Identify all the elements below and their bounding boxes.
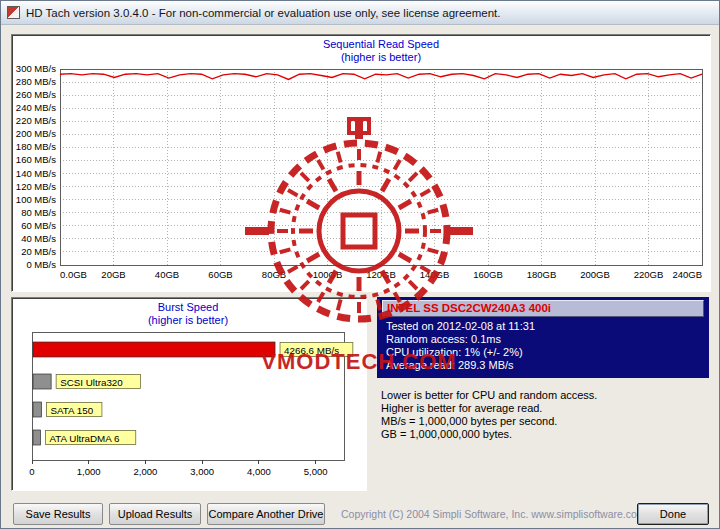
titlebar[interactable]: HD Tach version 3.0.4.0 - For non-commer…	[1, 1, 719, 25]
random-access-text: Random access: 0.1ms	[382, 333, 704, 346]
svg-text:0 MB/s: 0 MB/s	[26, 259, 56, 270]
svg-text:100GB: 100GB	[313, 269, 343, 280]
svg-text:180GB: 180GB	[527, 269, 557, 280]
svg-text:4,000: 4,000	[247, 466, 271, 477]
drive-name: INTEL SS DSC2CW240A3 400i	[382, 300, 704, 317]
svg-text:160 MB/s: 160 MB/s	[16, 154, 56, 165]
window-body: Sequential Read Speed(higher is better)0…	[1, 25, 719, 528]
legend-notes: Lower is better for CPU and random acces…	[377, 378, 709, 441]
svg-text:80 MB/s: 80 MB/s	[21, 207, 56, 218]
svg-text:120 MB/s: 120 MB/s	[16, 181, 56, 192]
svg-text:SCSI Ultra320: SCSI Ultra320	[60, 377, 123, 388]
svg-text:40 MB/s: 40 MB/s	[21, 233, 56, 244]
svg-text:2,000: 2,000	[134, 466, 158, 477]
window-title: HD Tach version 3.0.4.0 - For non-commer…	[26, 7, 501, 19]
drive-info-summary: INTEL SS DSC2CW240A3 400i Tested on 2012…	[377, 297, 709, 378]
done-button[interactable]: Done	[637, 503, 709, 525]
svg-text:0.0GB: 0.0GB	[60, 269, 87, 280]
note-gb: GB = 1,000,000,000 bytes.	[381, 428, 705, 441]
svg-text:200 MB/s: 200 MB/s	[16, 128, 56, 139]
svg-text:Burst Speed: Burst Speed	[158, 301, 219, 313]
average-read-text: Average read: 289.3 MB/s	[382, 359, 704, 372]
upload-results-button[interactable]: Upload Results	[109, 503, 201, 525]
svg-text:Sequential Read Speed: Sequential Read Speed	[323, 38, 439, 50]
svg-text:SATA 150: SATA 150	[51, 405, 94, 416]
svg-text:60 MB/s: 60 MB/s	[21, 220, 56, 231]
svg-text:140GB: 140GB	[420, 269, 450, 280]
svg-text:4266.6 MB/s: 4266.6 MB/s	[284, 345, 339, 356]
note-mbs: MB/s = 1,000,000 bytes per second.	[381, 415, 705, 428]
note-cpu: Lower is better for CPU and random acces…	[381, 389, 705, 402]
compare-another-drive-button[interactable]: Compare Another Drive	[207, 503, 325, 525]
note-average: Higher is better for average read.	[381, 402, 705, 415]
sequential-read-chart: Sequential Read Speed(higher is better)0…	[12, 35, 708, 289]
save-results-button[interactable]: Save Results	[13, 503, 103, 525]
svg-text:220GB: 220GB	[634, 269, 664, 280]
svg-text:180 MB/s: 180 MB/s	[16, 141, 56, 152]
svg-text:260 MB/s: 260 MB/s	[16, 89, 56, 100]
burst-speed-panel: Burst Speed(higher is better)01,0002,000…	[11, 297, 367, 491]
svg-text:20GB: 20GB	[101, 269, 125, 280]
svg-text:140 MB/s: 140 MB/s	[16, 168, 56, 179]
drive-info-panel: INTEL SS DSC2CW240A3 400i Tested on 2012…	[377, 297, 709, 491]
svg-text:240GB: 240GB	[672, 269, 702, 280]
svg-text:1,000: 1,000	[77, 466, 101, 477]
svg-text:280 MB/s: 280 MB/s	[16, 76, 56, 87]
svg-text:100 MB/s: 100 MB/s	[16, 194, 56, 205]
svg-text:300 MB/s: 300 MB/s	[16, 63, 56, 74]
svg-text:120GB: 120GB	[366, 269, 396, 280]
svg-text:5,000: 5,000	[304, 466, 328, 477]
svg-text:80GB: 80GB	[262, 269, 286, 280]
burst-speed-chart: Burst Speed(higher is better)01,0002,000…	[12, 298, 364, 488]
svg-text:160GB: 160GB	[473, 269, 503, 280]
copyright-text: Copyright (C) 2004 Simpli Software, Inc.…	[341, 508, 629, 520]
svg-text:20 MB/s: 20 MB/s	[21, 246, 56, 257]
svg-text:60GB: 60GB	[208, 269, 232, 280]
svg-text:ATA UltraDMA 6: ATA UltraDMA 6	[50, 433, 120, 444]
hdtach-window: HD Tach version 3.0.4.0 - For non-commer…	[0, 0, 720, 529]
sequential-read-panel: Sequential Read Speed(higher is better)0…	[11, 34, 711, 292]
svg-text:200GB: 200GB	[580, 269, 610, 280]
svg-text:0: 0	[29, 466, 34, 477]
tested-on-text: Tested on 2012-02-08 at 11:31	[382, 320, 704, 333]
svg-text:40GB: 40GB	[155, 269, 179, 280]
svg-text:3,000: 3,000	[190, 466, 214, 477]
svg-text:220 MB/s: 220 MB/s	[16, 115, 56, 126]
cpu-utilization-text: CPU utilization: 1% (+/- 2%)	[382, 346, 704, 359]
svg-text:240 MB/s: 240 MB/s	[16, 102, 56, 113]
svg-text:(higher is better): (higher is better)	[341, 51, 421, 63]
app-icon	[7, 6, 20, 19]
svg-text:(higher is better): (higher is better)	[148, 314, 228, 326]
